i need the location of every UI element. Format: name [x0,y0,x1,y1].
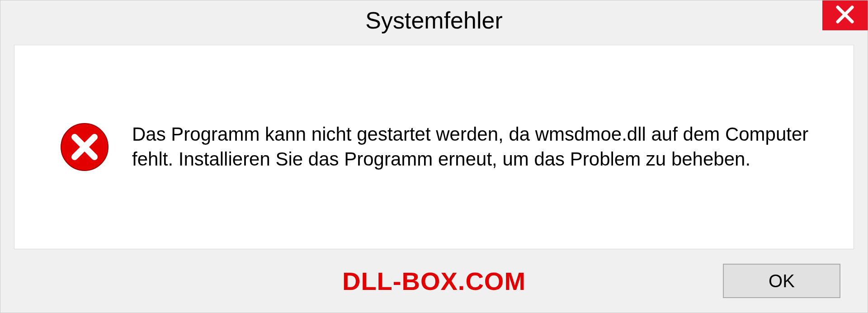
ok-button[interactable]: OK [723,264,840,298]
error-dialog: Systemfehler Das Programm kann nicht ges… [0,0,868,313]
dialog-title: Systemfehler [365,7,502,34]
titlebar: Systemfehler [0,0,868,40]
dialog-footer: DLL-BOX.COM OK [0,249,868,313]
error-icon [60,122,109,172]
error-message: Das Programm kann nicht gestartet werden… [132,122,817,171]
close-button[interactable] [822,0,868,30]
watermark-text: DLL-BOX.COM [342,266,526,296]
close-icon [835,5,855,26]
content-area: Das Programm kann nicht gestartet werden… [14,45,854,249]
